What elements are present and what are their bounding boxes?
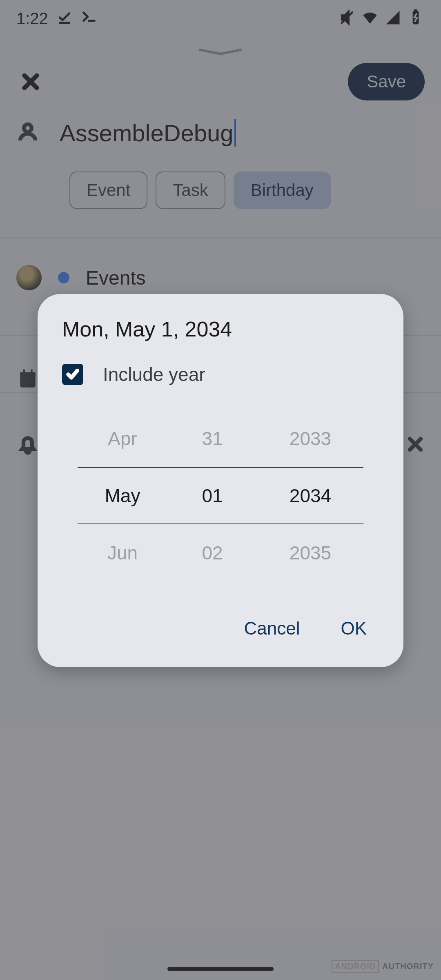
year-column[interactable]: 2033 2034 2035 xyxy=(257,410,363,581)
include-year-label: Include year xyxy=(103,363,205,385)
watermark-box: ANDROID xyxy=(332,960,379,973)
watermark-brand: AUTHORITY xyxy=(382,962,434,971)
date-spinner: Apr May Jun 31 01 02 2033 2034 2035 xyxy=(58,410,383,606)
year-next[interactable]: 2035 xyxy=(257,524,363,581)
month-current[interactable]: May xyxy=(78,467,167,524)
year-prev[interactable]: 2033 xyxy=(257,410,363,467)
day-next[interactable]: 02 xyxy=(167,524,257,581)
nav-gesture-pill[interactable] xyxy=(167,967,274,971)
month-prev[interactable]: Apr xyxy=(78,410,167,467)
day-column[interactable]: 31 01 02 xyxy=(167,410,257,581)
day-prev[interactable]: 31 xyxy=(167,410,257,467)
day-current[interactable]: 01 xyxy=(167,467,257,524)
dialog-title: Mon, May 1, 2034 xyxy=(58,310,383,355)
cancel-button[interactable]: Cancel xyxy=(240,610,304,647)
include-year-row[interactable]: Include year xyxy=(58,355,383,410)
year-current[interactable]: 2034 xyxy=(257,467,363,524)
include-year-checkbox[interactable] xyxy=(62,364,83,385)
date-picker-dialog: Mon, May 1, 2034 Include year Apr May Ju… xyxy=(38,294,403,667)
month-next[interactable]: Jun xyxy=(78,524,167,581)
month-column[interactable]: Apr May Jun xyxy=(78,410,167,581)
ok-button[interactable]: OK xyxy=(336,610,371,647)
watermark: ANDROID AUTHORITY xyxy=(332,960,434,973)
